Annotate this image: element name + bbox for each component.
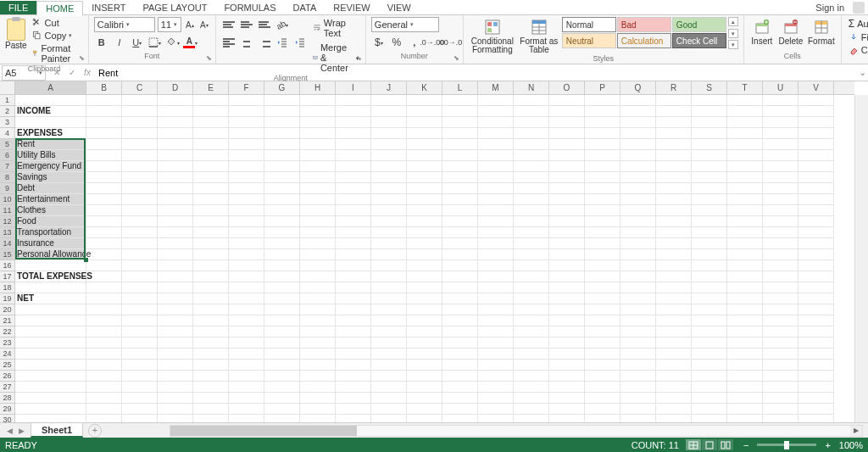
cell-F25[interactable] [229, 360, 264, 371]
cell-I12[interactable] [336, 216, 371, 227]
cell-N2[interactable] [514, 106, 549, 117]
cell-L21[interactable] [442, 315, 478, 326]
cell-C13[interactable] [122, 227, 158, 238]
cell-B10[interactable] [86, 194, 122, 205]
cell-G10[interactable] [264, 194, 300, 205]
cell-A19[interactable]: NET [15, 293, 86, 304]
style-good[interactable]: Good [672, 17, 726, 32]
cell-S7[interactable] [692, 161, 727, 172]
cell-L26[interactable] [442, 371, 478, 382]
cell-U28[interactable] [763, 393, 798, 404]
cell-T22[interactable] [727, 326, 763, 338]
cell-S20[interactable] [692, 304, 727, 315]
cell-S4[interactable] [692, 128, 727, 139]
cell-P23[interactable] [585, 338, 620, 349]
cell-G20[interactable] [264, 304, 300, 315]
cell-P15[interactable] [585, 249, 620, 260]
cell-Q16[interactable] [620, 260, 656, 271]
cell-I23[interactable] [336, 338, 371, 349]
cell-Q5[interactable] [620, 139, 656, 150]
cell-V10[interactable] [798, 194, 834, 205]
font-name-combo[interactable]: Calibri▾ [94, 17, 155, 32]
cell-A7[interactable]: Emergency Fund [15, 161, 86, 172]
zoom-in-button[interactable]: + [821, 440, 833, 450]
cell-C18[interactable] [122, 282, 158, 293]
cell-A2[interactable]: INCOME [15, 106, 86, 117]
cell-J3[interactable] [371, 117, 407, 128]
cell-A21[interactable] [15, 315, 86, 326]
italic-button[interactable]: I [112, 35, 127, 50]
cell-N1[interactable] [514, 95, 549, 106]
cell-T30[interactable] [727, 415, 763, 422]
cell-Q4[interactable] [620, 128, 656, 139]
cell-J12[interactable] [371, 216, 407, 227]
cell-T11[interactable] [727, 205, 763, 216]
cell-I24[interactable] [336, 349, 371, 360]
cell-S9[interactable] [692, 183, 727, 194]
cell-C17[interactable] [122, 271, 158, 282]
cell-L11[interactable] [442, 205, 478, 216]
cell-N5[interactable] [514, 139, 549, 150]
cell-V9[interactable] [798, 183, 834, 194]
cell-U18[interactable] [763, 282, 798, 293]
cell-E12[interactable] [193, 216, 229, 227]
cell-D23[interactable] [158, 338, 193, 349]
cell-Q14[interactable] [620, 238, 656, 249]
cell-L23[interactable] [442, 338, 478, 349]
cell-A27[interactable] [15, 382, 86, 393]
number-dialog-launcher[interactable]: ⬊ [453, 54, 461, 63]
cell-L19[interactable] [442, 293, 478, 304]
cell-H26[interactable] [300, 371, 336, 382]
cell-K9[interactable] [407, 183, 442, 194]
cell-C5[interactable] [122, 139, 158, 150]
cell-G3[interactable] [264, 117, 300, 128]
cell-L14[interactable] [442, 238, 478, 249]
cell-V28[interactable] [798, 393, 834, 404]
cell-C21[interactable] [122, 315, 158, 326]
cell-J8[interactable] [371, 172, 407, 183]
cell-V19[interactable] [798, 293, 834, 304]
cell-C3[interactable] [122, 117, 158, 128]
cell-F28[interactable] [229, 393, 264, 404]
cell-R12[interactable] [656, 216, 692, 227]
cell-T3[interactable] [727, 117, 763, 128]
cell-E24[interactable] [193, 349, 229, 360]
cell-E13[interactable] [193, 227, 229, 238]
cell-B13[interactable] [86, 227, 122, 238]
cell-L22[interactable] [442, 326, 478, 338]
cell-Q24[interactable] [620, 349, 656, 360]
font-color-button[interactable]: A▾ [183, 35, 198, 50]
cell-R18[interactable] [656, 282, 692, 293]
cell-V15[interactable] [798, 249, 834, 260]
cell-Q1[interactable] [620, 95, 656, 106]
cell-S2[interactable] [692, 106, 727, 117]
align-bottom-button[interactable] [257, 17, 272, 32]
cell-O13[interactable] [549, 227, 585, 238]
cell-J1[interactable] [371, 95, 407, 106]
row-header-24[interactable]: 24 [0, 349, 14, 360]
cell-M28[interactable] [478, 393, 514, 404]
format-painter-button[interactable]: Format Painter [31, 42, 83, 64]
cell-R9[interactable] [656, 183, 692, 194]
cell-V3[interactable] [798, 117, 834, 128]
cell-V7[interactable] [798, 161, 834, 172]
cell-Q29[interactable] [620, 404, 656, 415]
cell-C28[interactable] [122, 393, 158, 404]
cell-R14[interactable] [656, 238, 692, 249]
cell-C29[interactable] [122, 404, 158, 415]
cell-D8[interactable] [158, 172, 193, 183]
cell-F9[interactable] [229, 183, 264, 194]
hscroll-right[interactable]: ▶ [850, 426, 862, 436]
cell-P16[interactable] [585, 260, 620, 271]
cell-E1[interactable] [193, 95, 229, 106]
cell-A11[interactable]: Clothes [15, 205, 86, 216]
cell-K15[interactable] [407, 249, 442, 260]
column-header-A[interactable]: A [15, 81, 86, 94]
row-header-8[interactable]: 8 [0, 172, 14, 183]
cell-J27[interactable] [371, 382, 407, 393]
cell-Q6[interactable] [620, 150, 656, 161]
cell-B4[interactable] [86, 128, 122, 139]
column-header-T[interactable]: T [727, 81, 763, 94]
cell-O16[interactable] [549, 260, 585, 271]
cell-F30[interactable] [229, 415, 264, 422]
